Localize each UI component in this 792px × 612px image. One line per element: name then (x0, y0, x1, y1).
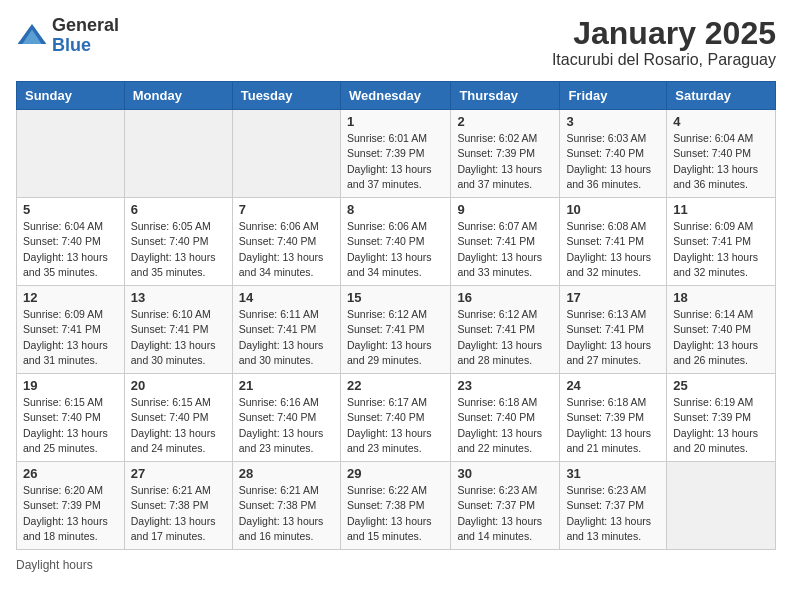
day-info: Sunrise: 6:13 AM Sunset: 7:41 PM Dayligh… (566, 307, 660, 368)
column-header-saturday: Saturday (667, 82, 776, 110)
day-info: Sunrise: 6:04 AM Sunset: 7:40 PM Dayligh… (673, 131, 769, 192)
calendar-cell: 6Sunrise: 6:05 AM Sunset: 7:40 PM Daylig… (124, 198, 232, 286)
day-number: 24 (566, 378, 660, 393)
logo-icon (16, 20, 48, 52)
calendar-cell: 11Sunrise: 6:09 AM Sunset: 7:41 PM Dayli… (667, 198, 776, 286)
calendar-cell: 23Sunrise: 6:18 AM Sunset: 7:40 PM Dayli… (451, 374, 560, 462)
calendar-cell: 4Sunrise: 6:04 AM Sunset: 7:40 PM Daylig… (667, 110, 776, 198)
day-info: Sunrise: 6:23 AM Sunset: 7:37 PM Dayligh… (566, 483, 660, 544)
calendar-cell: 22Sunrise: 6:17 AM Sunset: 7:40 PM Dayli… (340, 374, 450, 462)
day-number: 20 (131, 378, 226, 393)
day-number: 8 (347, 202, 444, 217)
day-number: 27 (131, 466, 226, 481)
calendar-cell: 26Sunrise: 6:20 AM Sunset: 7:39 PM Dayli… (17, 462, 125, 550)
calendar-subtitle: Itacurubi del Rosario, Paraguay (552, 51, 776, 69)
calendar-cell: 21Sunrise: 6:16 AM Sunset: 7:40 PM Dayli… (232, 374, 340, 462)
day-number: 15 (347, 290, 444, 305)
calendar-cell: 20Sunrise: 6:15 AM Sunset: 7:40 PM Dayli… (124, 374, 232, 462)
day-info: Sunrise: 6:11 AM Sunset: 7:41 PM Dayligh… (239, 307, 334, 368)
day-info: Sunrise: 6:22 AM Sunset: 7:38 PM Dayligh… (347, 483, 444, 544)
calendar-cell: 31Sunrise: 6:23 AM Sunset: 7:37 PM Dayli… (560, 462, 667, 550)
calendar-cell: 1Sunrise: 6:01 AM Sunset: 7:39 PM Daylig… (340, 110, 450, 198)
day-info: Sunrise: 6:21 AM Sunset: 7:38 PM Dayligh… (239, 483, 334, 544)
day-info: Sunrise: 6:16 AM Sunset: 7:40 PM Dayligh… (239, 395, 334, 456)
week-row-1: 1Sunrise: 6:01 AM Sunset: 7:39 PM Daylig… (17, 110, 776, 198)
calendar-cell: 3Sunrise: 6:03 AM Sunset: 7:40 PM Daylig… (560, 110, 667, 198)
calendar-cell: 5Sunrise: 6:04 AM Sunset: 7:40 PM Daylig… (17, 198, 125, 286)
day-info: Sunrise: 6:18 AM Sunset: 7:39 PM Dayligh… (566, 395, 660, 456)
day-number: 17 (566, 290, 660, 305)
day-number: 11 (673, 202, 769, 217)
day-number: 18 (673, 290, 769, 305)
day-number: 9 (457, 202, 553, 217)
footer: Daylight hours (16, 558, 776, 572)
day-number: 12 (23, 290, 118, 305)
calendar-cell: 30Sunrise: 6:23 AM Sunset: 7:37 PM Dayli… (451, 462, 560, 550)
day-number: 26 (23, 466, 118, 481)
calendar-table: SundayMondayTuesdayWednesdayThursdayFrid… (16, 81, 776, 550)
day-number: 25 (673, 378, 769, 393)
day-number: 28 (239, 466, 334, 481)
day-number: 10 (566, 202, 660, 217)
day-number: 16 (457, 290, 553, 305)
day-info: Sunrise: 6:06 AM Sunset: 7:40 PM Dayligh… (347, 219, 444, 280)
day-info: Sunrise: 6:12 AM Sunset: 7:41 PM Dayligh… (347, 307, 444, 368)
day-info: Sunrise: 6:18 AM Sunset: 7:40 PM Dayligh… (457, 395, 553, 456)
day-number: 2 (457, 114, 553, 129)
day-info: Sunrise: 6:14 AM Sunset: 7:40 PM Dayligh… (673, 307, 769, 368)
calendar-header-row: SundayMondayTuesdayWednesdayThursdayFrid… (17, 82, 776, 110)
day-number: 6 (131, 202, 226, 217)
day-number: 7 (239, 202, 334, 217)
logo-general: General (52, 15, 119, 35)
week-row-2: 5Sunrise: 6:04 AM Sunset: 7:40 PM Daylig… (17, 198, 776, 286)
day-info: Sunrise: 6:12 AM Sunset: 7:41 PM Dayligh… (457, 307, 553, 368)
calendar-cell: 12Sunrise: 6:09 AM Sunset: 7:41 PM Dayli… (17, 286, 125, 374)
column-header-sunday: Sunday (17, 82, 125, 110)
day-info: Sunrise: 6:02 AM Sunset: 7:39 PM Dayligh… (457, 131, 553, 192)
calendar-cell (232, 110, 340, 198)
column-header-thursday: Thursday (451, 82, 560, 110)
calendar-cell (124, 110, 232, 198)
day-info: Sunrise: 6:21 AM Sunset: 7:38 PM Dayligh… (131, 483, 226, 544)
day-number: 19 (23, 378, 118, 393)
day-info: Sunrise: 6:15 AM Sunset: 7:40 PM Dayligh… (23, 395, 118, 456)
calendar-cell: 8Sunrise: 6:06 AM Sunset: 7:40 PM Daylig… (340, 198, 450, 286)
calendar-cell: 29Sunrise: 6:22 AM Sunset: 7:38 PM Dayli… (340, 462, 450, 550)
day-info: Sunrise: 6:10 AM Sunset: 7:41 PM Dayligh… (131, 307, 226, 368)
logo-text: General Blue (52, 16, 119, 56)
calendar-cell: 17Sunrise: 6:13 AM Sunset: 7:41 PM Dayli… (560, 286, 667, 374)
day-info: Sunrise: 6:03 AM Sunset: 7:40 PM Dayligh… (566, 131, 660, 192)
week-row-5: 26Sunrise: 6:20 AM Sunset: 7:39 PM Dayli… (17, 462, 776, 550)
day-info: Sunrise: 6:07 AM Sunset: 7:41 PM Dayligh… (457, 219, 553, 280)
day-number: 5 (23, 202, 118, 217)
day-info: Sunrise: 6:23 AM Sunset: 7:37 PM Dayligh… (457, 483, 553, 544)
calendar-cell: 9Sunrise: 6:07 AM Sunset: 7:41 PM Daylig… (451, 198, 560, 286)
logo-blue: Blue (52, 35, 91, 55)
day-number: 3 (566, 114, 660, 129)
day-info: Sunrise: 6:20 AM Sunset: 7:39 PM Dayligh… (23, 483, 118, 544)
day-info: Sunrise: 6:04 AM Sunset: 7:40 PM Dayligh… (23, 219, 118, 280)
calendar-cell: 14Sunrise: 6:11 AM Sunset: 7:41 PM Dayli… (232, 286, 340, 374)
day-number: 30 (457, 466, 553, 481)
day-number: 13 (131, 290, 226, 305)
day-info: Sunrise: 6:19 AM Sunset: 7:39 PM Dayligh… (673, 395, 769, 456)
day-info: Sunrise: 6:01 AM Sunset: 7:39 PM Dayligh… (347, 131, 444, 192)
day-info: Sunrise: 6:06 AM Sunset: 7:40 PM Dayligh… (239, 219, 334, 280)
column-header-monday: Monday (124, 82, 232, 110)
calendar-cell: 19Sunrise: 6:15 AM Sunset: 7:40 PM Dayli… (17, 374, 125, 462)
calendar-cell: 24Sunrise: 6:18 AM Sunset: 7:39 PM Dayli… (560, 374, 667, 462)
column-header-wednesday: Wednesday (340, 82, 450, 110)
day-info: Sunrise: 6:15 AM Sunset: 7:40 PM Dayligh… (131, 395, 226, 456)
footer-label: Daylight hours (16, 558, 93, 572)
calendar-cell: 15Sunrise: 6:12 AM Sunset: 7:41 PM Dayli… (340, 286, 450, 374)
day-info: Sunrise: 6:09 AM Sunset: 7:41 PM Dayligh… (23, 307, 118, 368)
page-header: General Blue January 2025 Itacurubi del … (16, 16, 776, 69)
calendar-cell: 28Sunrise: 6:21 AM Sunset: 7:38 PM Dayli… (232, 462, 340, 550)
calendar-cell: 25Sunrise: 6:19 AM Sunset: 7:39 PM Dayli… (667, 374, 776, 462)
week-row-4: 19Sunrise: 6:15 AM Sunset: 7:40 PM Dayli… (17, 374, 776, 462)
logo: General Blue (16, 16, 119, 56)
calendar-cell: 10Sunrise: 6:08 AM Sunset: 7:41 PM Dayli… (560, 198, 667, 286)
week-row-3: 12Sunrise: 6:09 AM Sunset: 7:41 PM Dayli… (17, 286, 776, 374)
day-number: 1 (347, 114, 444, 129)
day-info: Sunrise: 6:09 AM Sunset: 7:41 PM Dayligh… (673, 219, 769, 280)
